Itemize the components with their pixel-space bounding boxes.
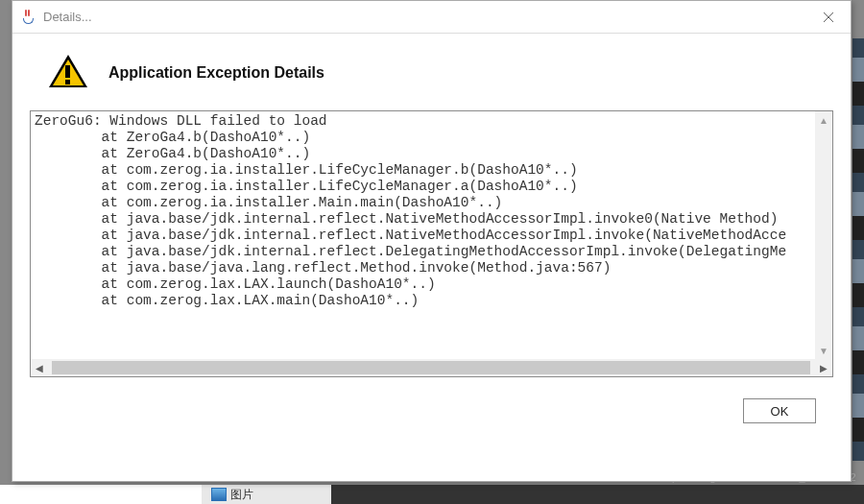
scroll-down-icon[interactable]: ▼ xyxy=(815,342,832,359)
dialog-body: ZeroGu6: Windows DLL failed to load at Z… xyxy=(12,110,851,481)
footer: OK xyxy=(30,377,833,435)
stack-trace-box: ZeroGu6: Windows DLL failed to load at Z… xyxy=(30,110,833,377)
background-taskbar: 图片 xyxy=(0,485,864,504)
ok-button[interactable]: OK xyxy=(743,398,816,423)
header: Application Exception Details xyxy=(12,34,851,110)
header-text: Application Exception Details xyxy=(108,64,324,82)
close-icon xyxy=(823,12,834,23)
scroll-up-icon[interactable]: ▲ xyxy=(815,111,832,129)
close-button[interactable] xyxy=(806,1,851,34)
picture-icon xyxy=(211,488,227,501)
java-icon xyxy=(20,9,37,26)
stack-trace-text[interactable]: ZeroGu6: Windows DLL failed to load at Z… xyxy=(31,111,815,359)
details-dialog: Details... Application Exception Details… xyxy=(12,0,852,482)
scroll-thumb[interactable] xyxy=(52,361,810,374)
scroll-left-icon[interactable]: ◀ xyxy=(31,359,48,376)
explorer-item: 图片 xyxy=(211,485,253,504)
warning-icon xyxy=(49,55,87,91)
scroll-right-icon[interactable]: ▶ xyxy=(815,359,832,376)
background-strip xyxy=(852,38,864,461)
vertical-scrollbar[interactable]: ▲ ▼ xyxy=(815,111,832,359)
horizontal-scrollbar[interactable]: ◀ ▶ xyxy=(31,359,832,376)
window-title: Details... xyxy=(43,10,92,24)
titlebar: Details... xyxy=(12,1,851,34)
explorer-item-label: 图片 xyxy=(230,487,253,503)
